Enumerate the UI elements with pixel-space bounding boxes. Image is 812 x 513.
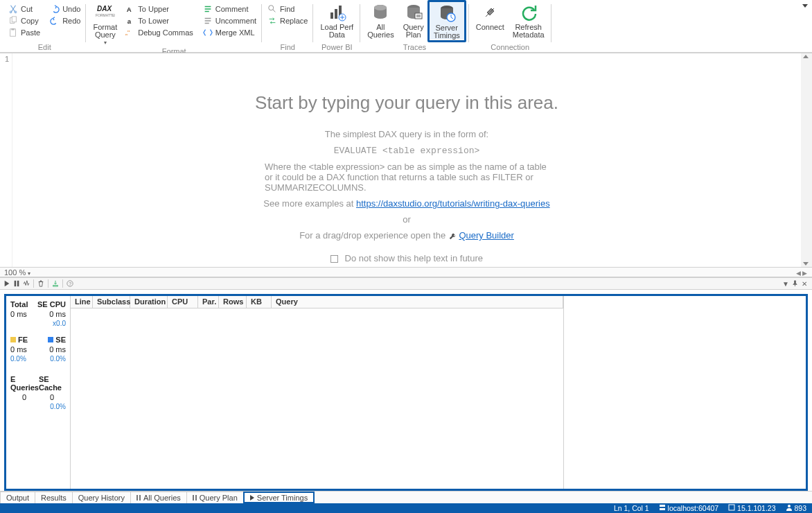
svg-text:?: ? [69, 281, 71, 286]
svg-rect-13 [335, 9, 337, 19]
play-icon[interactable] [3, 279, 11, 288]
to-lower-label: To Lower [138, 17, 169, 25]
tab-output[interactable]: Output [0, 492, 35, 503]
editor-zoom-bar: 100 % ▾ ◀▶ [0, 267, 812, 277]
pin-icon[interactable] [792, 280, 799, 287]
to-upper-button[interactable]: A To Upper [123, 3, 195, 15]
comment-button[interactable]: Comment [200, 3, 259, 15]
refresh-metadata-button[interactable]: Refresh Metadata [509, 1, 549, 42]
col-kb[interactable]: KB [247, 296, 272, 308]
svg-text:FORMATTER: FORMATTER [96, 13, 115, 17]
connect-label: Connect [476, 24, 504, 31]
status-server: localhost:60407 [668, 504, 719, 512]
find-button[interactable]: Find [265, 3, 310, 15]
undo-button[interactable]: Undo [47, 3, 83, 15]
refresh-icon [519, 3, 538, 22]
svg-rect-3 [12, 16, 16, 21]
col-query[interactable]: Query [272, 296, 563, 308]
ribbon-group-edit: Cut Copy Paste [3, 1, 86, 52]
col-duration[interactable]: Duration [130, 296, 168, 308]
refresh-metadata-label: Refresh Metadata [513, 24, 545, 39]
trash-icon[interactable] [37, 279, 45, 288]
drag-prefix: For a drag/drop experience open the [299, 230, 448, 241]
timings-stats: TotalSE CPU 0 ms0 ms x0.0 FE SE 0 ms0 ms… [6, 296, 70, 489]
redo-label: Redo [62, 17, 80, 25]
status-version: 15.1.101.23 [737, 504, 775, 512]
pause-icon[interactable] [12, 279, 21, 288]
timings-grid-header: Line Subclass Duration CPU Par. Rows KB … [71, 296, 563, 308]
query-builder-link[interactable]: Query Builder [459, 230, 513, 241]
editor-gutter: 1 [0, 53, 12, 267]
query-plan-button[interactable]: Query Plan [398, 1, 429, 42]
se-swatch [48, 337, 53, 342]
pause-glyph-icon [193, 495, 197, 501]
undo-label: Undo [62, 5, 80, 13]
editor-heading: Start by typing your query in this area. [255, 92, 558, 114]
secpu-ratio: x0.0 [53, 320, 66, 327]
cut-button[interactable]: Cut [6, 3, 43, 15]
comment-label: Comment [215, 5, 249, 13]
server-timings-highlight: Server Timings [427, 0, 466, 42]
svg-rect-5 [11, 28, 14, 30]
svg-rect-28 [729, 505, 734, 510]
secache-pct: 0.0% [50, 403, 66, 410]
ribbon-group-format: DAX FORMATTER Format Query ▾ A To Upper … [86, 1, 262, 52]
close-icon[interactable]: ✕ [802, 280, 809, 287]
format-query-button[interactable]: DAX FORMATTER Format Query ▾ [89, 1, 121, 46]
editor-scrollbar[interactable] [801, 53, 812, 267]
uncomment-button[interactable]: Uncomment [200, 15, 259, 26]
replace-button[interactable]: Replace [265, 15, 310, 26]
load-perf-data-button[interactable]: Load Perf Data [316, 1, 358, 42]
ribbon: Cut Copy Paste [0, 0, 812, 53]
clipboard-icon [8, 28, 18, 37]
debug-commas-icon: „" [125, 28, 135, 37]
copy-button[interactable]: Copy [6, 15, 43, 26]
tab-all-queries[interactable]: All Queries [130, 492, 187, 503]
to-upper-icon: A [125, 4, 135, 14]
format-query-dropdown[interactable]: ▾ [104, 39, 107, 46]
waveform-icon[interactable] [22, 279, 30, 288]
scissors-icon [8, 4, 18, 14]
debug-commas-button[interactable]: „" Debug Commas [123, 26, 195, 38]
tab-results[interactable]: Results [35, 492, 73, 503]
col-par[interactable]: Par. [198, 296, 219, 308]
connect-button[interactable]: Connect [472, 1, 509, 42]
panel-mini-toolbar: ? ▼ ✕ [0, 277, 812, 290]
col-subclass[interactable]: Subclass [93, 296, 130, 308]
to-upper-label: To Upper [138, 5, 169, 13]
svg-rect-23 [17, 281, 19, 286]
dax-formatter-icon: DAX FORMATTER [96, 3, 115, 22]
col-line[interactable]: Line [71, 296, 93, 308]
examples-link[interactable]: https://daxstudio.org/tutorials/writing-… [356, 198, 550, 209]
pause-glyph-icon [136, 495, 141, 501]
export-icon[interactable] [51, 279, 60, 288]
redo-button[interactable]: Redo [47, 15, 83, 26]
group-label-connection: Connection [472, 42, 549, 52]
redo-icon [50, 16, 60, 26]
paste-button[interactable]: Paste [6, 26, 43, 38]
uncomment-label: Uncomment [215, 17, 256, 25]
help-icon[interactable]: ? [66, 279, 74, 288]
status-position: Ln 1, Col 1 [614, 504, 649, 512]
dropdown-icon[interactable]: ▼ [782, 280, 789, 287]
server-timings-button[interactable]: Server Timings [430, 2, 464, 40]
tab-query-history[interactable]: Query History [72, 492, 131, 503]
col-cpu[interactable]: CPU [168, 296, 198, 308]
svg-text:A: A [127, 5, 132, 12]
comment-icon [203, 4, 213, 14]
tab-query-plan[interactable]: Query Plan [186, 492, 244, 503]
all-queries-button[interactable]: All Queries [363, 1, 398, 42]
paste-label: Paste [21, 28, 40, 37]
merge-xml-button[interactable]: Merge XML [200, 26, 259, 38]
suppress-checkbox[interactable] [330, 255, 338, 263]
tab-server-timings[interactable]: Server Timings [243, 492, 315, 503]
col-rows[interactable]: Rows [219, 296, 247, 308]
zoom-label[interactable]: 100 % ▾ [4, 268, 30, 277]
secache-value: 0 [38, 393, 66, 401]
editor-canvas[interactable]: Start by typing your query in this area.… [12, 53, 801, 267]
editor-nav-arrows[interactable]: ◀▶ [795, 268, 808, 277]
to-lower-button[interactable]: a To Lower [123, 15, 195, 26]
svg-rect-22 [15, 281, 17, 286]
all-queries-icon [371, 3, 390, 22]
total-label: Total [10, 300, 28, 308]
